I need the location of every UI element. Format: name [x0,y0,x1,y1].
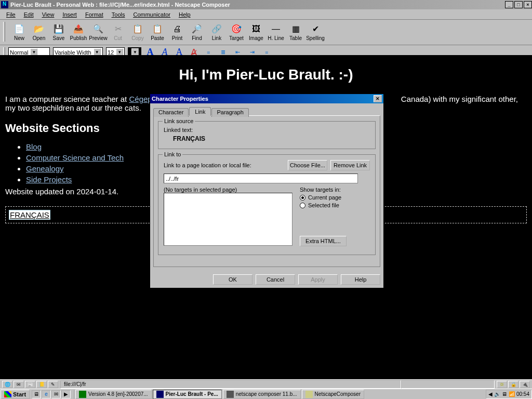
main-toolbar: 📄New📂Open💾Save📤Publish🔍Preview✂Cut📋Copy📋… [0,20,532,45]
tray-display-icon[interactable]: 🖥 [502,391,507,397]
cut-icon: ✂ [113,24,123,34]
minimize-button[interactable]: _ [505,1,513,8]
dialog-title: Character Properties [152,96,208,102]
link-desc-label: Link to a page location or local file: [164,162,251,168]
tool-print[interactable]: 🖨Print [168,22,186,43]
choose-file-button[interactable]: Choose File... [288,160,327,170]
section-link[interactable]: Genealogy [26,164,64,173]
remove-link-button[interactable]: Remove Link [330,160,370,170]
ql-ie-icon[interactable]: e [42,390,51,398]
system-tray[interactable]: ◀ 🔊 🖥 📶 00:54 [486,390,532,399]
tool-copy[interactable]: 📋Copy [129,22,147,43]
app-icon [305,391,313,398]
preview-icon: 🔍 [93,24,103,34]
mail-icon[interactable]: ✉ [14,381,24,388]
taskbar-item[interactable]: netscape composer 11.b... [223,390,301,399]
ok-button[interactable]: OK [213,274,252,285]
taskbar-item[interactable]: NetscapeComposer [302,390,364,399]
tool-publish[interactable]: 📤Publish [70,22,87,43]
selected-text[interactable]: FRANÇAIS [9,210,50,220]
menu-tools[interactable]: Tools [108,10,129,19]
menu-format[interactable]: Format [81,10,108,19]
tab-character[interactable]: Character [153,108,189,117]
taskbar: Start 🖥 e ✉ ▶ Version 4.8 [en]-200207...… [0,389,532,399]
tray-network-icon[interactable]: 📶 [509,391,515,397]
toolbar-grip[interactable] [3,22,5,42]
tab-paragraph[interactable]: Paragraph [211,108,248,117]
menu-edit[interactable]: Edit [20,10,38,19]
dialog-button-row: OK Cancel Apply Help [150,270,383,288]
tool-preview[interactable]: 🔍Preview [89,22,107,43]
menu-help[interactable]: Help [175,10,195,19]
taskbar-item[interactable]: Version 4.8 [en]-200207... [75,390,152,399]
menu-bar: FileEditViewInsertFormatToolsCommunicato… [0,9,532,20]
menu-file[interactable]: File [2,10,20,19]
tab-link[interactable]: Link [189,107,211,116]
ql-media-icon[interactable]: ▶ [61,390,71,398]
help-button[interactable]: Help [341,274,380,285]
tool-save[interactable]: 💾Save [50,22,68,43]
start-button[interactable]: Start [1,390,30,399]
radio-current-page[interactable]: Current page [300,194,347,201]
tool-hline[interactable]: —H. Line [267,22,285,43]
spelling-icon: ✔ [310,24,321,34]
quick-launch: 🖥 e ✉ ▶ [32,390,71,398]
tool-image[interactable]: 🖼Image [247,22,265,43]
ship-icon[interactable]: ⛭ [497,381,507,388]
extra-html-button[interactable]: Extra HTML... [300,236,347,246]
status-bar: 🌐 ✉ 📰 📒 ✎ file:///C|/fr ⛭ 🔒 🔌 [0,379,532,389]
radio-selected-file[interactable]: Selected file [300,202,347,208]
security-icon[interactable]: 🔒 [508,381,518,388]
targets-listbox[interactable] [164,193,292,246]
linked-text-value: FRANÇAIS [173,135,370,142]
cancel-button[interactable]: Cancel [256,274,295,285]
window-title: Pier-Luc Brault - Personal Web : file://… [10,2,230,8]
netscape-icon [1,1,8,8]
tool-table[interactable]: ▦Table [287,22,304,43]
section-link[interactable]: Computer Science and Tech [26,153,124,162]
image-icon: 🖼 [251,24,261,34]
dialog-tabs: Character Link Paragraph [153,107,380,116]
ql-outlook-icon[interactable]: ✉ [51,390,61,398]
taskbar-item[interactable]: Pier-Luc Brault - Pe... [153,390,222,399]
menu-communicator[interactable]: Communicator [129,10,175,19]
tool-link[interactable]: 🔗Link [208,22,225,43]
copy-icon: 📋 [132,24,143,34]
status-text: file:///C|/fr [60,380,401,389]
show-targets-label: Show targets in: [300,187,347,193]
nav-icon[interactable]: 🌐 [2,381,12,388]
tray-icon[interactable]: ◀ [488,391,493,397]
tool-new[interactable]: 📄New [10,22,28,43]
tool-cut[interactable]: ✂Cut [109,22,127,43]
save-icon: 💾 [54,24,64,34]
tool-paste[interactable]: 📋Paste [149,22,166,43]
find-icon: 🔎 [192,24,202,34]
page-heading: Hi, I'm Pier-Luc Brault. :-) [5,66,527,83]
section-link[interactable]: Side Projects [26,175,72,184]
tool-open[interactable]: 📂Open [30,22,48,43]
dialog-close-button[interactable]: ✕ [374,95,382,102]
composer-icon[interactable]: ✎ [48,381,58,388]
tool-target[interactable]: 🎯Target [228,22,245,43]
section-link[interactable]: Blog [26,142,42,151]
tool-spelling[interactable]: ✔Spelling [307,22,324,43]
dialog-titlebar[interactable]: Character Properties ✕ [150,94,383,103]
menu-view[interactable]: View [38,10,59,19]
online-icon[interactable]: 🔌 [520,381,530,388]
new-icon: 📄 [14,24,24,34]
menu-insert[interactable]: Insert [58,10,81,19]
link-source-group: Link source Linked text: FRANÇAIS [158,121,376,149]
link-source-legend: Link source [163,118,195,124]
paste-icon: 📋 [152,24,163,34]
maximize-button[interactable]: □ [514,1,523,8]
url-input[interactable] [164,174,358,183]
tool-find[interactable]: 🔎Find [188,22,206,43]
news-icon[interactable]: 📰 [25,381,35,388]
apply-button[interactable]: Apply [298,274,338,285]
app-icon [227,391,234,398]
tray-volume-icon[interactable]: 🔊 [494,391,500,397]
ql-desktop-icon[interactable]: 🖥 [32,390,41,398]
address-icon[interactable]: 📒 [36,381,47,388]
close-button[interactable]: × [524,1,532,8]
h. line-icon: — [271,24,281,34]
